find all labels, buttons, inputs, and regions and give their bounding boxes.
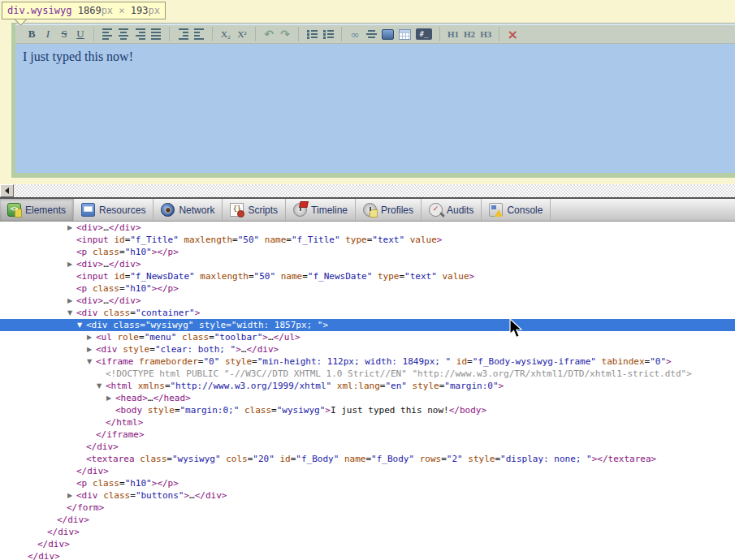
table-button[interactable] xyxy=(399,28,411,41)
image-icon xyxy=(382,29,394,40)
tab-console[interactable]: Console xyxy=(482,199,551,221)
tree-row[interactable]: </iframe> xyxy=(0,429,735,441)
tree-row[interactable]: <textarea class="wysiwyg" cols="20" id="… xyxy=(0,453,735,465)
audits-tab-icon xyxy=(429,203,443,217)
expand-arrow-icon[interactable]: ▶ xyxy=(106,392,115,404)
horizontal-scrollbar[interactable] xyxy=(0,184,735,197)
expand-arrow-icon[interactable]: ▶ xyxy=(67,222,76,234)
italic-button[interactable]: I xyxy=(42,28,54,41)
expand-arrow-icon[interactable]: ▶ xyxy=(87,331,96,343)
tree-row[interactable]: <p class="h10"></p> xyxy=(0,246,735,258)
tree-row[interactable]: </div> xyxy=(0,550,735,560)
special-char-button[interactable]: #_ xyxy=(416,28,432,40)
align-justify-button[interactable] xyxy=(150,28,162,41)
redo-button[interactable]: ↷ xyxy=(279,28,291,41)
elements-tree-panel: ▶<div>…</div><input id="f_Title" maxleng… xyxy=(0,222,735,560)
tree-row[interactable]: <p class="h10"></p> xyxy=(0,477,735,489)
tab-label: Console xyxy=(507,205,543,216)
tab-scripts[interactable]: Scripts xyxy=(223,199,286,221)
heading-1-button[interactable]: H1 xyxy=(447,28,459,41)
tree-row[interactable]: <!DOCTYPE html PUBLIC "-//W3C//DTD XHTML… xyxy=(0,368,735,380)
indent-icon xyxy=(194,28,205,40)
inspect-size-tooltip: div.wysiwyg 1869px × 193px xyxy=(2,2,166,19)
collapse-arrow-icon[interactable]: ▼ xyxy=(67,307,76,319)
profiles-tab-icon xyxy=(363,203,377,217)
toolbar-group xyxy=(170,27,213,41)
wysiwyg-content-area[interactable]: I just typed this now! xyxy=(15,44,735,173)
collapse-arrow-icon[interactable]: ▼ xyxy=(97,380,106,392)
tab-elements[interactable]: Elements xyxy=(0,199,74,221)
tab-label: Network xyxy=(179,205,214,216)
ordered-list-button[interactable] xyxy=(306,28,318,41)
tree-row[interactable]: ▶<ul role="menu" class="toolbar">…</ul> xyxy=(0,331,735,343)
elements-tab-icon xyxy=(7,203,21,217)
tree-row[interactable]: </html> xyxy=(0,416,735,429)
tree-row[interactable]: </div> xyxy=(0,465,735,477)
collapse-arrow-icon[interactable]: ▼ xyxy=(87,355,96,368)
tab-resources[interactable]: Resources xyxy=(74,199,153,221)
heading-3-button[interactable]: H3 xyxy=(480,28,491,41)
collapse-arrow-icon[interactable]: ▼ xyxy=(77,319,86,331)
tree-row[interactable]: </div> xyxy=(0,441,735,453)
toolbar-group: H1H2H3 xyxy=(440,27,499,41)
tree-row-selected[interactable]: ▼<div class="wysiwyg" style="width: 1857… xyxy=(0,319,735,331)
tab-audits[interactable]: Audits xyxy=(422,199,482,221)
align-center-button[interactable] xyxy=(118,28,129,41)
wysiwyg-toolbar: BISUX₂X²↶↷∞#_H1H2H3× xyxy=(15,24,735,44)
resources-tab-icon xyxy=(81,203,95,217)
toolbar-group: BISU xyxy=(19,27,94,41)
tree-row[interactable]: </div> xyxy=(0,526,735,538)
remove-button[interactable]: × xyxy=(507,28,518,41)
tree-row[interactable]: </div> xyxy=(0,514,735,526)
tree-row[interactable]: ▶<head>…</head> xyxy=(0,392,735,404)
tab-timeline[interactable]: Timeline xyxy=(286,199,356,221)
align-right-button[interactable] xyxy=(134,28,145,41)
outdent-button[interactable] xyxy=(177,28,188,41)
underline-button[interactable]: U xyxy=(75,28,86,41)
expand-arrow-icon[interactable]: ▶ xyxy=(67,258,76,270)
horizontal-rule-button[interactable] xyxy=(365,28,377,41)
tab-profiles[interactable]: Profiles xyxy=(356,199,422,221)
tab-network[interactable]: Network xyxy=(153,199,223,221)
indent-button[interactable] xyxy=(193,28,205,41)
tree-row[interactable]: <input id="f_NewsDate" maxlength="50" na… xyxy=(0,270,735,282)
image-button[interactable] xyxy=(382,28,394,41)
editor-text: I just typed this now! xyxy=(23,50,133,63)
expand-arrow-icon[interactable]: ▶ xyxy=(67,489,76,502)
tab-label: Timeline xyxy=(311,205,348,216)
tree-row[interactable]: <body style="margin:0;" class="wysiwyg">… xyxy=(0,404,735,416)
tree-row[interactable]: ▶<div>…</div> xyxy=(0,258,735,270)
tree-row[interactable]: </form> xyxy=(0,502,735,514)
undo-button[interactable]: ↶ xyxy=(263,28,275,41)
tree-row[interactable]: ▼<html xmlns="http://www.w3.org/1999/xht… xyxy=(0,380,735,392)
align-left-button[interactable] xyxy=(102,28,113,41)
toolbar-group: × xyxy=(499,27,525,41)
tree-row[interactable]: </div> xyxy=(0,538,735,550)
link-button[interactable]: ∞ xyxy=(349,28,361,41)
expand-arrow-icon[interactable]: ▶ xyxy=(67,295,76,307)
scroll-left-button[interactable] xyxy=(0,184,14,197)
tab-label: Scripts xyxy=(248,205,278,216)
scripts-tab-icon xyxy=(230,203,244,217)
tree-row[interactable]: ▼<div class="container"> xyxy=(0,307,735,319)
expand-arrow-icon[interactable]: ▶ xyxy=(87,343,96,355)
toolbar-group: ↶↷ xyxy=(256,27,299,41)
tree-row[interactable]: <p class="h10"></p> xyxy=(0,282,735,295)
tree-row[interactable]: ▼<iframe frameborder="0" style="min-heig… xyxy=(0,355,735,368)
tree-row[interactable]: ▶<div>…</div> xyxy=(0,295,735,307)
tree-row[interactable]: ▶<div>…</div> xyxy=(0,222,735,234)
tree-row[interactable]: ▶<div class="buttons">…</div> xyxy=(0,489,735,502)
subscript-button[interactable]: X₂ xyxy=(220,28,231,41)
superscript-button[interactable]: X² xyxy=(236,28,248,41)
tooltip-selector: div.wysiwyg xyxy=(7,5,71,16)
tab-label: Elements xyxy=(25,205,66,216)
heading-2-button[interactable]: H2 xyxy=(464,28,475,41)
unordered-list-button[interactable] xyxy=(322,28,334,41)
strikethrough-button[interactable]: S xyxy=(58,28,70,41)
tree-row[interactable]: ▶<div style="clear: both; ">…</div> xyxy=(0,343,735,355)
bold-button[interactable]: B xyxy=(26,28,37,41)
tree-row[interactable]: <input id="f_Title" maxlength="50" name=… xyxy=(0,234,735,246)
tab-label: Profiles xyxy=(381,205,413,216)
table-icon xyxy=(399,29,411,40)
align-justify-icon xyxy=(151,28,162,40)
